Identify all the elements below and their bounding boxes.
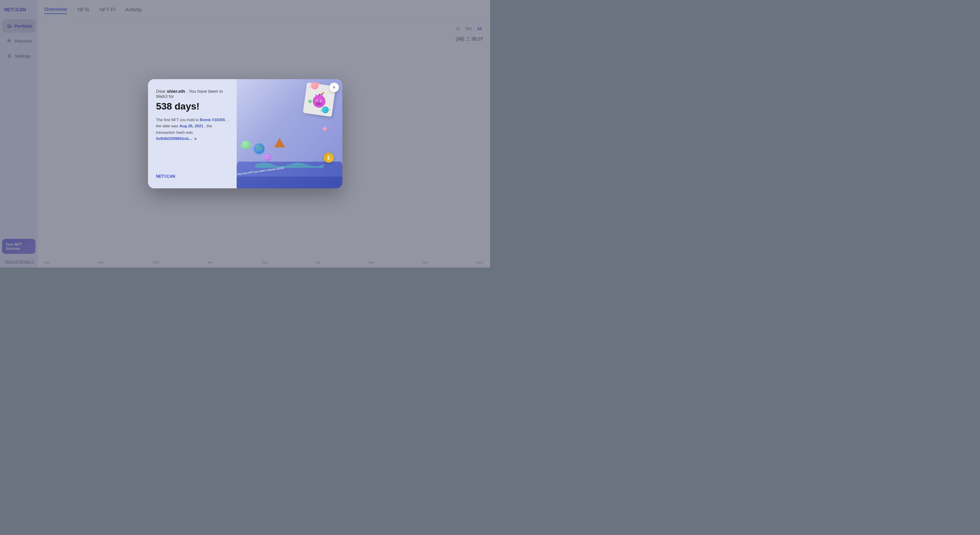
nft-name-link[interactable]: Bomb #10355 xyxy=(200,118,225,122)
tx-hash-link[interactable]: 0xfb8d329965bcb... xyxy=(156,136,192,141)
modal-description: The first NFT you hold is Bomb #10355 , … xyxy=(156,117,229,142)
modal-close-button[interactable]: × xyxy=(329,83,339,92)
modal-footer-logo: NETSCAN xyxy=(156,174,229,179)
pyramid-shape xyxy=(274,138,285,147)
planet-pink-small xyxy=(323,127,327,131)
space-scene: The First NFT you hold is Bomb #10355 ₿ xyxy=(237,79,342,188)
svg-point-7 xyxy=(322,91,324,94)
nft-journey-modal: × Dear shier.eth , You have been in Web3… xyxy=(148,79,342,188)
dot-indicator xyxy=(194,138,196,140)
modal-illustration: The First NFT you hold is Bomb #10355 ₿ xyxy=(237,79,342,188)
modal-text-content: Dear shier.eth , You have been in Web3 f… xyxy=(148,79,237,188)
planet-green-small xyxy=(308,100,312,103)
modal-greeting: Dear shier.eth , You have been in Web3 f… xyxy=(156,89,229,99)
planet-earth xyxy=(254,143,265,154)
bitcoin-coin: ₿ xyxy=(324,153,334,163)
nft-date-link[interactable]: Aug 28, 2021 xyxy=(179,124,203,128)
modal-overlay: × Dear shier.eth , You have been in Web3… xyxy=(0,0,490,267)
modal-days-count: 538 days! xyxy=(156,101,229,112)
planet-green-face-ring xyxy=(239,143,252,148)
